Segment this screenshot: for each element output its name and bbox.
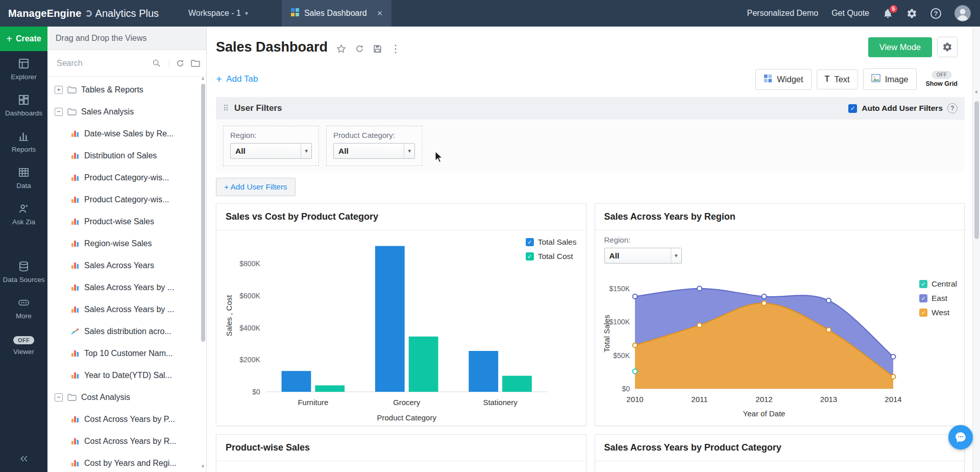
tree-item[interactable]: Distribution of Sales <box>47 145 206 167</box>
image-button[interactable]: Image <box>863 68 917 90</box>
collapse-folder-icon[interactable]: − <box>55 108 63 116</box>
folder-icon <box>67 86 77 93</box>
product-category-filter-select[interactable]: All ▾ <box>333 143 415 159</box>
sidebar-item-dashboards[interactable]: Dashboards <box>0 87 47 124</box>
card-product-wise-sales: Product-wise Sales ✓ Product <box>216 434 586 472</box>
sidebar-item-explorer[interactable]: Explorer <box>0 51 47 87</box>
chart-region-filter: Region: All ▾ <box>604 235 682 264</box>
text-button[interactable]: T Text <box>817 69 858 89</box>
legend-checkbox-icon[interactable]: ✓ <box>526 238 534 246</box>
tree-item[interactable]: Cost Across Years by P... <box>47 408 206 430</box>
add-user-filters-button[interactable]: + Add User Filters <box>216 178 296 196</box>
search-input[interactable] <box>56 58 163 68</box>
bar-legend-total-cost[interactable]: ✓Total Cost <box>526 252 577 261</box>
region-filter-select[interactable]: All ▾ <box>230 143 312 159</box>
svg-text:$150K: $150K <box>609 285 630 293</box>
legend-checkbox-icon[interactable]: ✓ <box>526 252 534 261</box>
sidebar-item-reports[interactable]: Reports <box>0 124 47 160</box>
refresh-dashboard-icon[interactable] <box>355 44 364 54</box>
brand-managengine: ManageEngine <box>8 8 82 19</box>
folder-label: Sales Analysis <box>81 107 134 116</box>
viewer-off-pill[interactable]: OFF <box>13 336 34 344</box>
tree-item[interactable]: Sales Across Years by ... <box>47 276 206 298</box>
svg-text:Stationery: Stationery <box>483 398 518 407</box>
tree-item[interactable]: Cost Across Years by R... <box>47 430 206 452</box>
tree-item[interactable]: Region-wise Sales <box>47 232 206 254</box>
tree-item-label: Cost by Years and Regi... <box>84 459 177 468</box>
refresh-views-icon[interactable] <box>176 59 185 68</box>
expand-folder-icon[interactable]: + <box>55 86 63 94</box>
view-mode-button[interactable]: View Mode <box>868 37 932 57</box>
area-legend-east[interactable]: ✓East <box>919 294 957 303</box>
tree-item[interactable]: Sales Across Years <box>47 254 206 276</box>
get-quote-link[interactable]: Get Quote <box>831 9 869 18</box>
tree-folder[interactable]: −Cost Analysis <box>47 386 206 408</box>
create-button[interactable]: + Create <box>0 27 47 51</box>
bar-chart-icon <box>71 196 80 203</box>
folder-label: Tables & Reports <box>81 85 143 95</box>
scrollbar-thumb[interactable] <box>974 101 979 239</box>
favorite-star-icon[interactable] <box>336 43 347 54</box>
auto-add-user-filters-checkbox[interactable]: ✓ <box>848 104 857 113</box>
personalized-demo-link[interactable]: Personalized Demo <box>747 9 819 18</box>
brand-logo: ManageEngine Analytics Plus <box>8 8 159 19</box>
sidebar-item-ask-zia[interactable]: Ask Zia <box>0 196 47 232</box>
tree-folder[interactable]: +Tables & Reports <box>47 79 206 101</box>
dashboard-settings-button[interactable] <box>937 37 958 57</box>
viewer-toggle[interactable]: OFF Viewer <box>0 329 47 362</box>
tree-scroll-up-icon[interactable]: ▲ <box>201 76 205 81</box>
tree-scroll-down-icon[interactable]: ▼ <box>201 464 205 469</box>
more-options-icon[interactable]: ⋮ <box>390 42 401 55</box>
user-filters-title: User Filters <box>234 103 282 113</box>
scroll-up-icon[interactable]: ▲ <box>973 89 980 94</box>
notifications-bell-icon[interactable]: 5 <box>883 8 893 19</box>
user-filters-section: ⠿ User Filters ✓ Auto Add User Filters ?… <box>216 97 965 196</box>
tab-sales-dashboard[interactable]: Sales Dashboard × <box>282 0 391 27</box>
area-legend-west[interactable]: ✓West <box>919 308 957 317</box>
legend-checkbox-icon[interactable]: ✓ <box>919 309 927 317</box>
tab-close-icon[interactable]: × <box>377 8 383 19</box>
show-grid-off-pill[interactable]: OFF <box>932 71 951 79</box>
folder-views-icon[interactable] <box>191 60 200 67</box>
sidebar-item-data[interactable]: Data <box>0 160 47 196</box>
tree-item[interactable]: Product Category-wis... <box>47 188 206 210</box>
svg-text:$100K: $100K <box>609 318 630 326</box>
tree-item[interactable]: Top 10 Customer Nam... <box>47 342 206 364</box>
bar-legend-total-sales[interactable]: ✓Total Sales <box>526 238 577 247</box>
tree-item-label: Sales Across Years by ... <box>84 305 174 314</box>
tree-item[interactable]: Sales distribution acro... <box>47 320 206 342</box>
chevron-down-icon: ▾ <box>245 10 248 17</box>
settings-gear-icon[interactable] <box>906 8 917 19</box>
user-filters-help-icon[interactable]: ? <box>947 103 958 113</box>
tree-folder[interactable]: −Sales Analysis <box>47 101 206 123</box>
tree-item[interactable]: Sales Across Years by ... <box>47 298 206 320</box>
svg-text:Total Sales: Total Sales <box>602 315 611 352</box>
views-panel-title: Drag and Drop the Views <box>47 27 206 50</box>
sidebar-item-more[interactable]: More <box>0 290 47 326</box>
legend-checkbox-icon[interactable]: ✓ <box>919 294 927 302</box>
legend-checkbox-icon[interactable]: ✓ <box>919 280 927 288</box>
save-dashboard-icon[interactable] <box>373 44 382 54</box>
chart-region-filter-select[interactable]: All ▾ <box>604 248 682 264</box>
tree-item[interactable]: Product Category-wis... <box>47 167 206 188</box>
tree-scrollbar[interactable] <box>201 84 205 342</box>
bar-chart-icon <box>71 218 80 225</box>
svg-text:Sales , Cost: Sales , Cost <box>225 295 233 337</box>
tree-item[interactable]: Cost by Years and Regi... <box>47 452 206 472</box>
workspace-selector[interactable]: Workspace - 1 ▾ <box>188 9 248 18</box>
tree-item[interactable]: Product-wise Sales <box>47 210 206 232</box>
tree-item[interactable]: Year to Date(YTD) Sal... <box>47 364 206 386</box>
add-tab-button[interactable]: + Add Tab <box>216 73 258 85</box>
main-scrollbar[interactable]: ▲ <box>972 27 980 472</box>
show-grid-toggle[interactable]: OFF Show Grid <box>926 71 958 87</box>
area-legend-central[interactable]: ✓Central <box>919 279 957 289</box>
help-icon[interactable]: ? <box>930 8 941 19</box>
drag-handle-icon[interactable]: ⠿ <box>223 104 229 113</box>
widget-button[interactable]: Widget <box>755 69 811 90</box>
collapse-sidebar-icon[interactable] <box>19 454 29 466</box>
chat-bubble-button[interactable] <box>948 425 973 450</box>
sidebar-item-data-sources[interactable]: Data Sources <box>0 254 47 290</box>
tree-item[interactable]: Date-wise Sales by Re... <box>47 123 206 145</box>
avatar[interactable] <box>954 5 971 21</box>
collapse-folder-icon[interactable]: − <box>55 393 63 402</box>
